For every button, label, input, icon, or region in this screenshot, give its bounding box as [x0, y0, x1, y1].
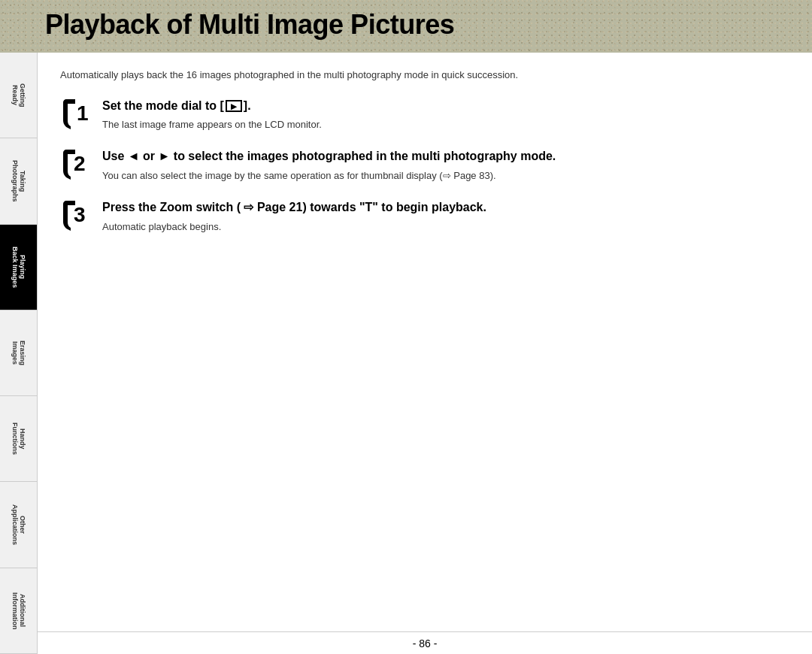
step-2-number: 2 [60, 148, 92, 180]
main-content: Automatically plays back the 16 images p… [38, 53, 812, 631]
step-3-number: 3 [60, 199, 92, 231]
page-number: - 86 - [413, 637, 438, 649]
sidebar-item-taking-photographs[interactable]: TakingPhotographs [0, 138, 37, 224]
step-3-title: Press the Zoom switch ( ⇨ Page 21) towar… [102, 199, 789, 216]
playback-mode-icon: ▶ [226, 100, 242, 112]
sidebar-item-other-applications[interactable]: OtherApplications [0, 482, 37, 568]
page-footer: - 86 - [38, 631, 812, 654]
svg-text:3: 3 [74, 203, 86, 226]
sidebar-item-erasing-images[interactable]: ErasingImages [0, 310, 37, 396]
arrow-right-icon: ► [159, 148, 171, 165]
arrow-left-icon: ◄ [128, 148, 140, 165]
step-1-number: 1 [60, 98, 92, 129]
step-2-title: Use ◄ or ► to select the images photogra… [102, 148, 789, 165]
step-3-desc: Automatic playback begins. [102, 220, 789, 235]
sidebar-item-playing-back-images[interactable]: PlayingBack Images [0, 225, 37, 310]
step-1-desc: The last image frame appears on the LCD … [102, 117, 789, 132]
sidebar-item-additional-information[interactable]: AdditionalInformation [0, 568, 37, 654]
step-2-desc: You can also select the image by the sam… [102, 168, 789, 183]
step-1-title: Set the mode dial to [▶]. [102, 98, 789, 114]
sidebar-item-handy-functions[interactable]: HandyFunctions [0, 396, 37, 482]
sidebar-item-getting-ready[interactable]: GettingReady [0, 53, 37, 138]
step-2-content: Use ◄ or ► to select the images photogra… [102, 148, 789, 183]
svg-text:1: 1 [77, 101, 89, 125]
sidebar: GettingReady TakingPhotographs PlayingBa… [0, 53, 38, 654]
svg-text:2: 2 [74, 152, 86, 175]
page-title: Playback of Multi Image Pictures [0, 0, 812, 41]
intro-text: Automatically plays back the 16 images p… [60, 68, 789, 83]
step-2: 2 Use ◄ or ► to select the images photog… [60, 148, 789, 183]
step-1: 1 Set the mode dial to [▶]. The last ima… [60, 98, 789, 132]
step-1-content: Set the mode dial to [▶]. The last image… [102, 98, 789, 132]
step-3: 3 Press the Zoom switch ( ⇨ Page 21) tow… [60, 199, 789, 234]
page-header: Playback of Multi Image Pictures [0, 0, 812, 53]
step-3-content: Press the Zoom switch ( ⇨ Page 21) towar… [102, 199, 789, 234]
